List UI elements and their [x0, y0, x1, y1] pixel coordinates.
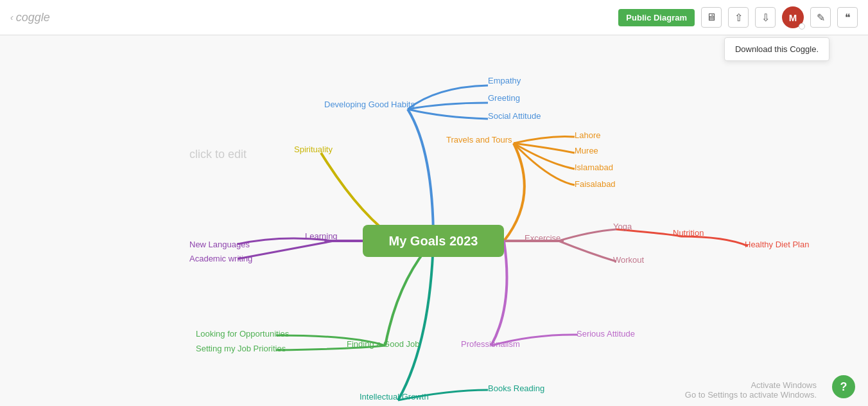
download-tooltip-text: Download this Coggle. — [735, 44, 819, 54]
quote-icon: ❝ — [845, 12, 851, 24]
finding-good-job-label[interactable]: Finding a Good Job — [347, 339, 419, 349]
mind-map-svg — [0, 35, 868, 406]
monitor-icon: 🖥 — [706, 12, 716, 23]
empathy-label[interactable]: Empathy — [488, 76, 521, 85]
healthy-diet-plan-label[interactable]: Healthy Diet Plan — [745, 240, 809, 249]
pen-icon: ✎ — [817, 12, 825, 24]
logo[interactable]: ‹ coggle — [10, 11, 50, 24]
travels-label[interactable]: Travels and Tours — [446, 135, 512, 145]
avatar-badge — [799, 23, 805, 30]
islamabad-label[interactable]: Islamabad — [575, 163, 613, 172]
logo-text: coggle — [16, 11, 50, 24]
greeting-label[interactable]: Greeting — [488, 93, 520, 103]
download-tooltip: Download this Coggle. — [724, 37, 829, 61]
download-icon: ⇩ — [761, 12, 770, 24]
serious-attitude-label[interactable]: Serious Attitude — [577, 329, 635, 339]
click-to-edit-text[interactable]: click to edit — [189, 148, 247, 161]
windows-watermark: Activate Windows Go to Settings to activ… — [685, 380, 817, 400]
header-controls: Public Diagram 🖥 ⇧ ⇩ M ✎ ❝ — [618, 6, 858, 28]
help-button[interactable]: ? — [832, 375, 855, 398]
mind-map-canvas[interactable]: click to edit My Goals 2023 Developing G… — [0, 35, 868, 406]
upload-icon: ⇧ — [734, 12, 743, 24]
looking-opportunities-label[interactable]: Looking for Opportunities — [196, 329, 289, 339]
back-arrow-icon: ‹ — [10, 12, 13, 22]
intellectual-growth-label[interactable]: Intellectual Growth — [360, 392, 429, 402]
nutrition-label[interactable]: Nutrition — [673, 228, 704, 238]
excercise-label[interactable]: Excercise — [525, 233, 560, 243]
avatar-initial: M — [789, 12, 797, 23]
windows-line2: Go to Settings to activate Windows. — [685, 390, 817, 400]
center-node[interactable]: My Goals 2023 — [363, 225, 504, 257]
yoga-label[interactable]: Yoga — [613, 222, 632, 231]
download-button[interactable]: ⇩ — [755, 7, 776, 28]
muree-label[interactable]: Muree — [575, 146, 598, 155]
public-diagram-button[interactable]: Public Diagram — [618, 9, 695, 26]
header: ‹ coggle Public Diagram 🖥 ⇧ ⇩ M ✎ ❝ — [0, 0, 868, 35]
developing-good-habits-label[interactable]: Developing Good Habits — [324, 100, 415, 109]
quote-icon-button[interactable]: ❝ — [837, 7, 858, 28]
avatar-button[interactable]: M — [782, 6, 804, 28]
windows-line1: Activate Windows — [685, 380, 817, 390]
upload-button[interactable]: ⇧ — [728, 7, 749, 28]
workout-label[interactable]: Workout — [613, 255, 644, 265]
help-icon: ? — [840, 380, 847, 394]
learning-label[interactable]: Learning — [305, 231, 338, 241]
setting-job-priorities-label[interactable]: Setting my Job Priorities — [196, 344, 286, 353]
social-attitude-label[interactable]: Social Attitude — [488, 111, 541, 121]
academic-writing-label[interactable]: Academic writing — [189, 254, 252, 263]
pen-icon-button[interactable]: ✎ — [810, 7, 831, 28]
monitor-icon-button[interactable]: 🖥 — [701, 7, 722, 28]
books-reading-label[interactable]: Books Reading — [488, 384, 544, 393]
faisalabad-label[interactable]: Faisalabad — [575, 179, 616, 189]
lahore-label[interactable]: Lahore — [575, 130, 600, 140]
spirituality-label[interactable]: Spirituality — [294, 145, 333, 154]
new-languages-label[interactable]: New Languages — [189, 240, 250, 249]
professionalism-label[interactable]: Professionalism — [461, 339, 520, 349]
